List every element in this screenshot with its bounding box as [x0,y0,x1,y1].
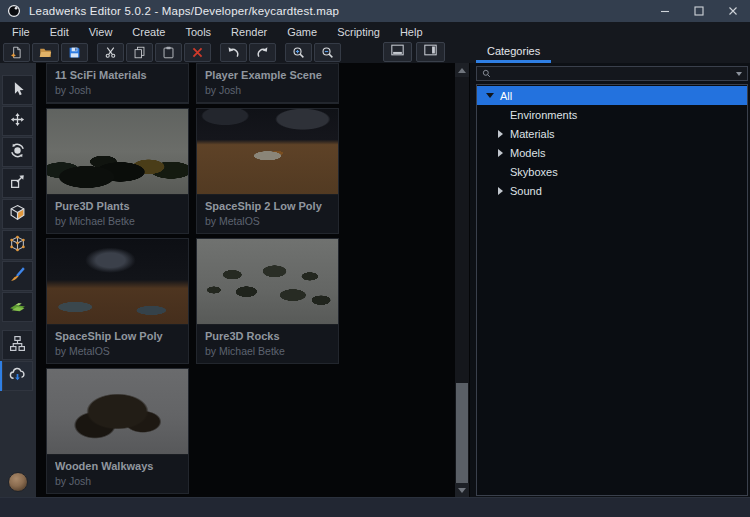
copy-button[interactable] [126,43,153,62]
tool-solid-button[interactable] [2,199,33,229]
toolbar: Categories [0,42,750,63]
tool-select-button[interactable] [2,75,33,105]
tool-rotate-button[interactable] [2,137,33,167]
paintbrush-icon [9,266,26,287]
triangle-glyph [498,149,503,157]
plants-thumbnail [47,109,188,195]
tree-item-label: All [500,90,512,102]
collapse-icon[interactable] [485,93,495,98]
asset-card-label: Player Example Sceneby Josh [197,64,338,103]
panel-toggle-buttons [383,42,445,62]
asset-card-label: 11 SciFi Materialsby Josh [47,64,188,103]
tool-scale-button[interactable] [2,168,33,198]
menu-game[interactable]: Game [277,22,327,42]
tool-downloads-button[interactable] [2,361,33,391]
cloud-download-icon [9,366,26,387]
open-button[interactable] [32,43,59,62]
asset-author: by Josh [55,475,184,487]
app-window: Leadwerks Editor 5.0.2 - Maps/Developer/… [0,0,750,517]
toolbar-group [97,43,211,62]
tree-item-models[interactable]: Models [477,143,747,162]
tree-item-label: Sound [510,185,542,197]
menu-render[interactable]: Render [221,22,277,42]
scrollbar-up-button[interactable] [455,63,469,77]
triangle-glyph [498,130,503,138]
asset-card-wooden-walkways[interactable]: Wooden Walkwaysby Josh [46,368,189,494]
tree-item-skyboxes[interactable]: Skyboxes [477,162,747,181]
asset-card-pure3d-rocks[interactable]: Pure3D Rocksby Michael Betke [196,238,339,364]
spaceship-thumbnail [47,239,188,325]
tree-item-materials[interactable]: Materials [477,124,747,143]
asset-author: by Michael Betke [55,215,184,227]
menu-help[interactable]: Help [390,22,433,42]
category-tree: AllEnvironmentsMaterialsModelsSkyboxesSo… [476,84,748,496]
paste-button[interactable] [155,43,182,62]
open-folder-icon [39,46,52,59]
menu-scripting[interactable]: Scripting [327,22,390,42]
zoom-in-button[interactable] [285,43,312,62]
user-avatar[interactable] [8,472,28,492]
asset-card-grid: 11 SciFi Materialsby JoshPlayer Example … [46,63,346,498]
menu-file[interactable]: File [2,22,40,42]
zoom-in-icon [292,46,305,59]
toggle-bottom-panel-button[interactable] [383,42,412,62]
menu-create[interactable]: Create [122,22,175,42]
tree-item-all[interactable]: All [477,86,747,105]
menu-tools[interactable]: Tools [175,22,221,42]
asset-title: Player Example Scene [205,69,334,81]
tab-categories[interactable]: Categories [476,42,551,63]
asset-card-spaceship-2-low-poly[interactable]: SpaceShip 2 Low Polyby MetalOS [196,108,339,234]
undo-button[interactable] [220,43,247,62]
toggle-right-panel-button[interactable] [416,42,445,62]
hierarchy-icon [9,335,26,356]
asset-author: by MetalOS [55,345,184,357]
search-input[interactable] [495,68,731,80]
tree-item-sound[interactable]: Sound [477,181,747,200]
cut-icon [104,46,117,59]
cut-button[interactable] [97,43,124,62]
scale-icon [9,173,26,194]
asset-title: Wooden Walkways [55,460,184,472]
asset-browser-panel: 11 SciFi Materialsby JoshPlayer Example … [36,63,470,497]
rocks-thumbnail [197,239,338,325]
tool-paint-button[interactable] [2,261,33,291]
redo-button[interactable] [249,43,276,62]
asset-card-player-example-scene[interactable]: Player Example Sceneby Josh [196,63,339,104]
tool-hierarchy-button[interactable] [2,330,33,360]
asset-card-11-scifi-materials[interactable]: 11 SciFi Materialsby Josh [46,63,189,104]
titlebar: Leadwerks Editor 5.0.2 - Maps/Developer/… [0,0,750,22]
expand-icon[interactable] [495,187,505,195]
toolbar-group [285,43,341,62]
asset-card-spaceship-low-poly[interactable]: SpaceShip Low Polyby MetalOS [46,238,189,364]
tool-sidebar [0,63,36,497]
triangle-glyph [498,187,503,195]
new-file-icon [10,46,23,59]
close-button[interactable] [716,0,750,22]
asset-scrollbar[interactable] [455,63,469,497]
tool-terrain-button[interactable] [2,292,33,322]
asset-title: Pure3D Rocks [205,330,334,342]
menu-edit[interactable]: Edit [40,22,79,42]
search-dropdown-button[interactable] [731,67,747,80]
scrollbar-track[interactable] [455,77,469,483]
undo-icon [227,46,240,59]
new-button[interactable] [3,43,30,62]
scrollbar-down-button[interactable] [455,483,469,497]
tree-item-environments[interactable]: Environments [477,105,747,124]
minimize-button[interactable] [648,0,682,22]
expand-icon[interactable] [495,149,505,157]
menubar: FileEditViewCreateToolsRenderGameScripti… [0,22,750,42]
delete-button[interactable] [184,43,211,62]
tool-vertex-button[interactable] [2,230,33,260]
menu-view[interactable]: View [79,22,123,42]
scrollbar-thumb[interactable] [456,383,468,483]
asset-author: by Josh [55,84,184,96]
spaceship2-thumbnail [197,109,338,195]
expand-icon[interactable] [495,130,505,138]
asset-title: SpaceShip 2 Low Poly [205,200,334,212]
maximize-button[interactable] [682,0,716,22]
save-button[interactable] [61,43,88,62]
asset-card-pure3d-plants[interactable]: Pure3D Plantsby Michael Betke [46,108,189,234]
tool-move-button[interactable] [2,106,33,136]
zoom-out-button[interactable] [314,43,341,62]
